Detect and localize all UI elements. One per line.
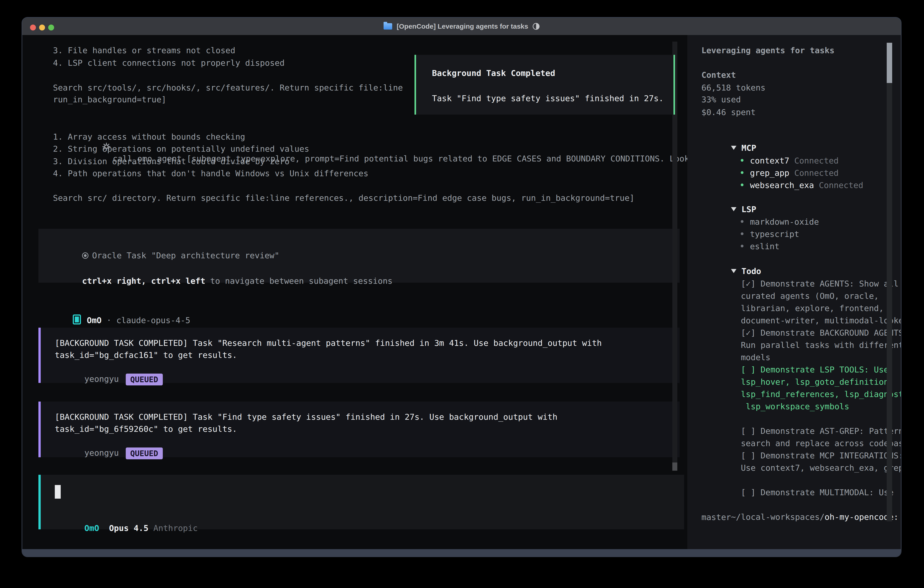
agent-separator [102,315,107,325]
dot-separator: · [106,315,111,325]
todo-line-text: [ ] Demonstrate LSP TOOLS: Use [741,365,889,374]
chat-line: 4. Path operations that don't handle Win… [53,168,368,179]
task-message-meta: yeongyuQUEUED [55,361,163,397]
mcp-status: Connected [794,168,838,178]
todo-line-text: curated agents (OmO, oracle, [741,291,879,301]
lsp-name: typescript [750,230,799,239]
chat-line: run_in_background=true] [53,94,167,106]
session-title: Leveraging agents for tasks [701,45,835,56]
window-bottom-edge [22,549,901,557]
close-button[interactable] [30,25,36,30]
mcp-name: websearch_exa [750,180,814,190]
lsp-item: markdown-oxide [701,204,819,216]
chat-line: Search src/ directory. Return specific f… [53,192,635,204]
status-dot-icon [741,183,744,186]
todo-line-text: lsp_workspace_symbols [741,402,849,411]
input-provider: Anthropic [153,524,198,533]
todo-line-text: search and replace across codebase [741,439,901,448]
text-cursor [55,485,61,499]
todo-line-text: [ ] Demonstrate MULTIMODAL: Use [741,488,894,497]
todo-line-text: [ ] Demonstrate AST-GREP: Pattern [741,426,901,436]
fisheye-icon [82,253,88,259]
bullet-dot-icon [741,220,744,223]
task-message-line1: [BACKGROUND TASK COMPLETED] Task "Find t… [55,411,558,423]
oracle-heading: Oracle Task "Deep architecture review" [92,251,279,260]
lsp-name: eslint [750,242,779,251]
todo-line-text: Run parallel tasks with different [741,340,901,350]
context-tokens: 66,518 tokens [701,82,766,94]
mcp-status: Connected [794,156,838,165]
chat-line: Search src/tools/, src/hooks/, src/featu… [53,82,403,94]
sidebar-scrollbar-thumb[interactable] [887,43,892,83]
agent-name: OmO [87,315,102,325]
minimize-button[interactable] [39,25,45,30]
context-spent: $0.46 spent [701,106,756,118]
status-dot-icon [741,171,744,174]
mcp-name: grep_app [750,168,789,178]
folder-icon [384,23,392,30]
lsp-list: markdown-oxide typescript eslint [701,204,819,241]
todo-line-text: [✓] Demonstrate BACKGROUND AGENTS: [741,328,901,337]
chat-scrollbar-thumb[interactable] [672,462,677,471]
shortcut-description: to navigate between subagent sessions [205,276,393,286]
chat-line: 3. File handles or streams not closed [53,45,235,56]
todo-line-text: Use context7, websearch_exa, grep_app [741,463,901,472]
mcp-name: context7 [750,156,789,165]
task-message-line2: task_id="bg_dcfac161" to get results. [55,349,237,361]
terminal-window: [OpenCode] Leveraging agents for tasks 3… [21,17,901,557]
chat-line: 2. String operations on potentially unde… [53,143,309,155]
todo-line-text: document-writer, multimodal-looker) [741,316,901,325]
oracle-task-panel: Oracle Task "Deep architecture review" c… [38,229,680,282]
sidebar: Leveraging agents for tasks Context 66,5… [687,35,901,550]
bullet-dot-icon [741,244,744,248]
bullet-dot-icon [741,232,744,235]
input-agent-name[interactable]: OmO [84,524,99,533]
title-bar: [OpenCode] Leveraging agents for tasks [22,18,901,35]
chat-line: 4. LSP client connections not properly d… [53,57,285,69]
todo-line-text: librarian, explore, frontend, [741,304,884,313]
input-model-name[interactable]: Opus 4.5 [109,524,148,533]
toast-body: Task "Find type safety issues" finished … [432,92,664,104]
task-message-meta: yeongyuQUEUED [55,435,163,471]
status-dot-icon [741,159,744,162]
todo-line-text: lsp_find_references, lsp_diagnostics, [741,390,901,399]
maximize-button[interactable] [48,25,54,30]
background-task-toast: Background Task Completed Task "Find typ… [414,55,675,115]
todo-line: [✓] Demonstrate AGENTS: Show all 7 [701,266,901,278]
toast-title: Background Task Completed [432,67,555,79]
task-message-line1: [BACKGROUND TASK COMPLETED] Task "Resear… [55,337,602,349]
prompt-input[interactable]: OmO Opus 4.5 Anthropic [38,475,684,529]
half-circle-icon [533,23,540,30]
shortcut-keys: ctrl+x right, ctrl+x left [82,276,205,286]
status-badge: QUEUED [126,373,163,385]
context-used: 33% used [701,94,741,106]
task-message-line2: task_id="bg_6f59260c" to get results. [55,423,237,435]
mcp-item: context7 Connected [701,143,863,155]
workspace-path-prefix: ~/local-workspaces/ [731,512,825,522]
task-author: yeongyu [84,448,119,458]
todo-line-text: [✓] Demonstrate AGENTS: Show all 7 [741,279,901,288]
agent-omo-icon [73,314,81,324]
chat-line: 3. Division operations that could divide… [53,155,289,167]
shortcut-hint-line: ctrl+x right, ctrl+x left to navigate be… [53,263,393,299]
todo-line-text: models [741,353,770,362]
agent-model: claude-opus-4-5 [116,315,190,325]
task-message: [BACKGROUND TASK COMPLETED] Task "Find t… [38,401,680,457]
task-message: [BACKGROUND TASK COMPLETED] Task "Resear… [38,328,680,383]
chat-line: 1. Array access without bounds checking [53,131,245,143]
lsp-name: markdown-oxide [750,217,819,226]
todo-line-text: lsp_hover, lsp_goto_definition, [741,377,894,386]
task-author: yeongyu [84,374,119,383]
sidebar-scrollbar[interactable] [887,43,892,521]
window-title: [OpenCode] Leveraging agents for tasks [397,23,528,30]
status-badge: QUEUED [126,448,163,459]
workspace-branch: master [701,511,731,523]
todo-line-text: [ ] Demonstrate MCP INTEGRATIONS: [741,451,901,460]
context-heading: Context [701,69,736,81]
todo-list: [✓] Demonstrate AGENTS: Show all 7 curat… [701,266,901,487]
mcp-status: Connected [819,180,863,190]
mcp-list: context7 Connected grep_app Connected we… [701,143,863,180]
